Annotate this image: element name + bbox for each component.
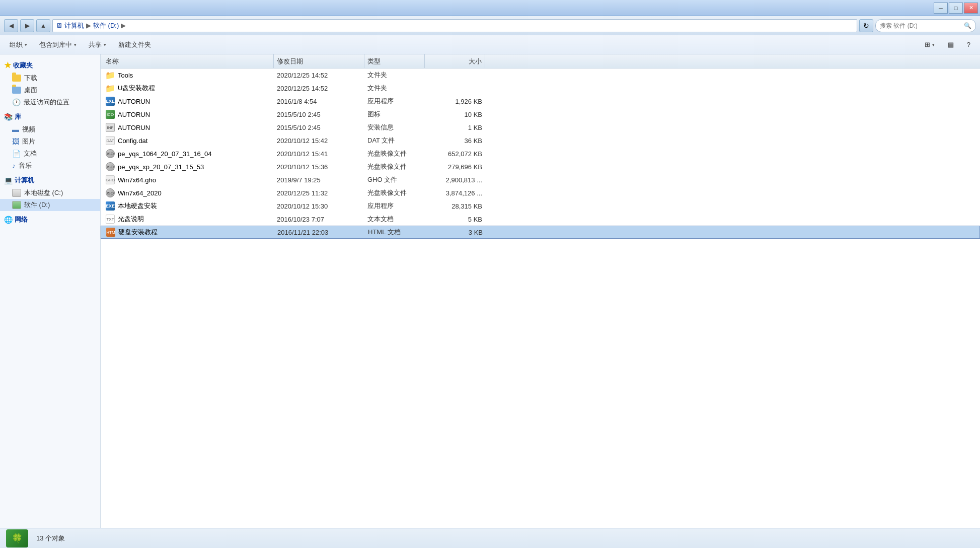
share-button[interactable]: 共享 ▾ [83,38,112,52]
file-size-cell: 2,900,813 ... [425,176,485,184]
file-name: AUTORUN [118,124,150,131]
sidebar-item-music[interactable]: ♪ 音乐 [0,160,100,172]
table-row[interactable]: ISO pe_yqs_1064_20_07_31_16_04 2020/10/1… [101,147,980,160]
sidebar-item-doc[interactable]: 📄 文档 [0,148,100,160]
table-row[interactable]: TXT 光盘说明 2016/10/23 7:07 文本文档 5 KB [101,213,980,226]
col-header-type[interactable]: 类型 [364,54,425,68]
file-type-cell: 光盘映像文件 [364,188,425,197]
sidebar-item-recent[interactable]: 🕐 最近访问的位置 [0,96,100,108]
computer-section: 💻 计算机 本地磁盘 (C:) 软件 (D:) [0,174,100,211]
search-bar[interactable]: 🔍 [875,19,976,32]
help-button[interactable]: ? [961,38,976,52]
desktop-label: 桌面 [24,86,37,95]
pc-icon: 💻 [4,176,13,184]
network-header[interactable]: 🌐 网络 [0,213,100,226]
sidebar-item-drive-d[interactable]: 软件 (D:) [0,199,100,211]
table-row[interactable]: 📁 Tools 2020/12/25 14:52 文件夹 [101,68,980,82]
preview-button[interactable]: ▤ [942,38,959,52]
col-header-size[interactable]: 大小 [425,54,485,68]
sidebar-item-drive-c[interactable]: 本地磁盘 (C:) [0,187,100,199]
file-date-cell: 2019/9/7 19:25 [274,176,364,184]
maximize-button[interactable]: □ [949,3,963,14]
col-header-date[interactable]: 修改日期 [274,54,364,68]
desktop-folder-icon [12,87,21,94]
refresh-button[interactable]: ↻ [859,19,873,32]
file-name-cell: EXE AUTORUN [103,97,274,106]
file-size-cell: 36 KB [425,137,485,145]
window-controls: ─ □ ✕ [934,3,978,14]
close-button[interactable]: ✕ [964,3,978,14]
folder-icon: 📁 [106,71,115,80]
col-header-name[interactable]: 名称 [103,54,274,68]
drive-c-label: 本地磁盘 (C:) [24,188,63,197]
back-button[interactable]: ◀ [4,19,18,32]
file-name-cell: INF AUTORUN [103,123,274,132]
file-name: pe_yqs_1064_20_07_31_16_04 [118,150,212,158]
library-header[interactable]: 📚 库 [0,110,100,123]
table-row[interactable]: INF AUTORUN 2015/5/10 2:45 安装信息 1 KB [101,121,980,134]
include-button[interactable]: 包含到库中 ▾ [34,38,82,52]
breadcrumb-drive[interactable]: 软件 (D:) [93,21,119,30]
up-button[interactable]: ▲ [36,19,50,32]
table-row[interactable]: ICO AUTORUN 2015/5/10 2:45 图标 10 KB [101,108,980,121]
computer-label: 计算机 [15,176,34,185]
file-date-cell: 2015/5/10 2:45 [274,111,364,118]
table-row[interactable]: HTM 硬盘安装教程 2016/11/21 22:03 HTML 文档 3 KB [101,226,980,239]
status-text: 13 个对象 [36,534,65,543]
image-label: 图片 [22,137,35,146]
sidebar-item-desktop[interactable]: 桌面 [0,84,100,96]
table-row[interactable]: 📁 U盘安装教程 2020/12/25 14:52 文件夹 [101,82,980,95]
doc-label: 文档 [24,149,37,158]
image-icon: 🖼 [12,138,19,146]
favorites-header[interactable]: ★ 收藏夹 [0,58,100,72]
search-input[interactable] [880,22,964,29]
include-label: 包含到库中 [39,40,72,49]
preview-icon: ▤ [948,41,954,48]
recent-label: 最近访问的位置 [24,98,69,107]
toolbar-right: ⊞ ▾ ▤ ? [919,38,976,52]
file-size-cell: 28,315 KB [425,202,485,210]
folder-icon: 📁 [106,84,115,93]
title-bar: ─ □ ✕ [0,0,980,16]
sidebar-item-video[interactable]: ▬ 视频 [0,123,100,135]
breadcrumb-computer[interactable]: 计算机 [64,21,84,30]
view-arrow: ▾ [932,42,935,47]
minimize-button[interactable]: ─ [934,3,948,14]
sidebar-item-download[interactable]: 下载 [0,72,100,84]
table-row[interactable]: GHO Win7x64.gho 2019/9/7 19:25 GHO 文件 2,… [101,173,980,186]
favorites-section: ★ 收藏夹 下载 桌面 🕐 最近访问的位置 [0,58,100,108]
favorites-label: 收藏夹 [13,61,33,70]
iso-icon: ISO [106,188,115,197]
newfolder-button[interactable]: 新建文件夹 [113,38,157,52]
breadcrumb-sep2: ▶ [121,22,126,29]
table-row[interactable]: ISO Win7x64_2020 2020/12/25 11:32 光盘映像文件… [101,186,980,199]
star-icon: ★ [4,60,11,70]
breadcrumb-sep1: ▶ [86,22,91,29]
file-size-cell: 10 KB [425,111,485,118]
breadcrumb-home-icon[interactable]: 🖥 [56,22,62,29]
iso-icon: ISO [106,162,115,171]
file-name-cell: ISO Win7x64_2020 [103,188,274,197]
computer-header[interactable]: 💻 计算机 [0,174,100,187]
file-date-cell: 2020/12/25 11:32 [274,189,364,197]
file-list-container[interactable]: 名称 修改日期 类型 大小 📁 Tools 2020/12/25 14:52 文… [101,54,980,528]
table-row[interactable]: ISO pe_yqs_xp_20_07_31_15_53 2020/10/12 … [101,160,980,173]
organize-button[interactable]: 组织 ▾ [4,38,33,52]
file-name-cell: DAT Config.dat [103,136,274,145]
status-logo: 🍀 [6,529,28,547]
forward-button[interactable]: ▶ [20,19,34,32]
breadcrumb[interactable]: 🖥 计算机 ▶ 软件 (D:) ▶ [52,19,857,32]
sidebar: ★ 收藏夹 下载 桌面 🕐 最近访问的位置 📚 库 ▬ [0,54,101,528]
table-row[interactable]: EXE 本地硬盘安装 2020/10/12 15:30 应用程序 28,315 … [101,199,980,213]
table-row[interactable]: DAT Config.dat 2020/10/12 15:42 DAT 文件 3… [101,134,980,147]
view-button[interactable]: ⊞ ▾ [919,38,940,52]
status-bar: 🍀 13 个对象 [0,528,980,548]
file-size-cell: 279,696 KB [425,163,485,171]
file-type-cell: DAT 文件 [364,136,425,145]
file-name: Tools [118,72,133,79]
video-label: 视频 [22,125,35,134]
library-label: 库 [15,112,21,121]
table-row[interactable]: EXE AUTORUN 2016/1/8 4:54 应用程序 1,926 KB [101,95,980,108]
file-date-cell: 2016/1/8 4:54 [274,98,364,105]
sidebar-item-image[interactable]: 🖼 图片 [0,135,100,148]
